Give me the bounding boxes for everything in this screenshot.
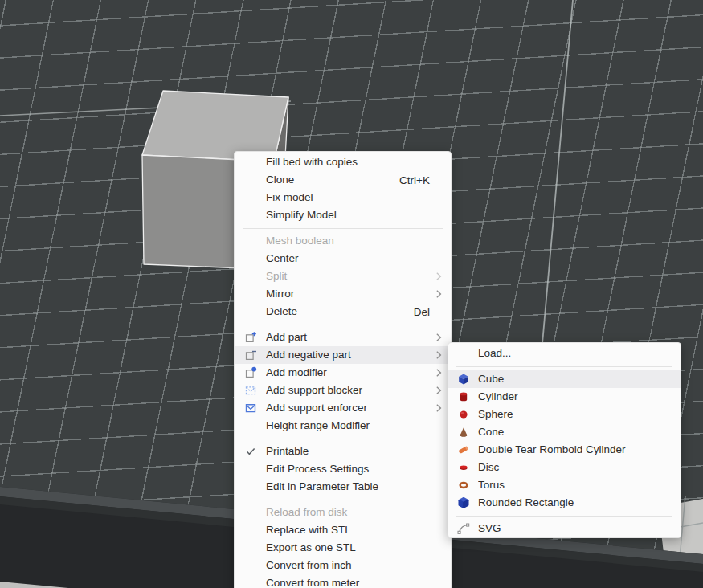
menu-item-label: Convert from meter [266,574,431,588]
menu-separator [235,435,451,443]
menu-item-spacer [661,408,676,421]
add-support-enforcer-icon [235,402,266,414]
menu-item-spacer [661,461,676,474]
menu-item-spacer [661,347,676,360]
menu-item-add-modifier[interactable]: Add modifier [235,364,451,382]
menu-item-height-range-modifier[interactable]: Height range Modifier [235,417,451,435]
menu-item-label: Fix model [266,189,431,206]
menu-item-center[interactable]: Center [235,250,451,267]
menu-item-label: SVG [478,520,661,537]
submenu-arrow-icon [431,402,446,414]
menu-item-label: Edit Process Settings [266,460,431,478]
menu-item-spacer [431,191,446,204]
rounded-rectangle-icon [448,496,478,509]
menu-item-spacer [661,443,676,456]
menu-item-convert-from-inch[interactable]: Convert from inch [235,557,451,574]
menu-item-spacer [431,252,446,265]
menu-item-label: Delete [266,303,414,321]
menu-item-label: Height range Modifier [266,417,431,435]
menu-item-spacer [431,506,446,519]
menu-item-label: Center [266,250,431,267]
menu-item-add-support-blocker[interactable]: Add support blocker [235,382,451,399]
menu-item-label: Disc [478,459,661,476]
torus-icon [448,479,478,492]
menu-item-label: Mirror [266,285,431,303]
menu-item-label: Simplify Model [266,206,431,224]
menu-item-load[interactable]: Load... [448,345,681,362]
menu-separator [235,224,451,232]
menu-item-clone[interactable]: CloneCtrl+K [235,171,451,189]
submenu-arrow-icon [431,349,446,361]
menu-item-reload-from-disk[interactable]: Reload from disk [235,504,451,521]
menu-item-label: Add part [266,329,431,346]
cube-icon [448,373,478,386]
menu-item-spacer [661,522,676,535]
menu-item-add-support-enforcer[interactable]: Add support enforcer [235,399,451,417]
menu-item-printable[interactable]: Printable [235,443,451,460]
submenu-arrow-icon [431,366,446,379]
submenu-arrow-icon [431,331,446,344]
menu-separator [448,512,681,520]
menu-item-label: Export as one STL [266,539,431,557]
double-tear-romboid-cylinder-icon [448,443,478,456]
submenu-arrow-icon [431,384,446,397]
menu-item-label: Rounded Rectangle [478,494,661,512]
menu-item-sphere[interactable]: Sphere [448,406,681,423]
menu-item-label: Fill bed with copies [266,153,431,171]
menu-item-spacer [431,445,446,458]
menu-item-spacer [431,305,446,318]
menu-item-label: Double Tear Romboid Cylinder [478,441,661,459]
menu-item-split[interactable]: Split [235,267,451,285]
submenu-arrow-icon [431,288,446,300]
menu-item-label: Split [266,267,431,285]
menu-item-fill-bed-with-copies[interactable]: Fill bed with copies [235,153,451,171]
menu-separator [448,362,681,370]
cone-icon [448,426,478,439]
menu-separator [235,496,451,504]
object-context-menu: Fill bed with copiesCloneCtrl+KFix model… [234,151,452,588]
menu-item-export-as-one-stl[interactable]: Export as one STL [235,539,451,557]
menu-item-cylinder[interactable]: Cylinder [448,388,681,406]
menu-item-edit-process-settings[interactable]: Edit Process Settings [235,460,451,478]
menu-item-simplify-model[interactable]: Simplify Model [235,206,451,224]
menu-item-delete[interactable]: DeleteDel [235,303,451,321]
menu-item-spacer [431,480,446,493]
menu-item-add-negative-part[interactable]: Add negative part [235,346,451,364]
add-negative-part-icon [235,349,266,361]
menu-item-label: Add support enforcer [266,399,431,417]
menu-item-disc[interactable]: Disc [448,459,681,476]
menu-item-rounded-rectangle[interactable]: Rounded Rectangle [448,494,681,512]
menu-item-mirror[interactable]: Mirror [235,285,451,303]
menu-item-spacer [431,463,446,476]
menu-item-label: Torus [478,476,661,494]
menu-item-spacer [661,373,676,386]
menu-item-label: Clone [266,171,399,189]
menu-item-double-tear-romboid-cylinder[interactable]: Double Tear Romboid Cylinder [448,441,681,459]
menu-item-convert-from-meter[interactable]: Convert from meter [235,574,451,588]
menu-item-label: Printable [266,443,431,460]
menu-item-label: Replace with STL [266,521,431,539]
menu-item-torus[interactable]: Torus [448,476,681,494]
menu-item-mesh-boolean[interactable]: Mesh boolean [235,232,451,250]
menu-item-add-part[interactable]: Add part [235,329,451,346]
menu-item-svg[interactable]: SVG [448,520,681,537]
disc-icon [448,461,478,474]
menu-item-spacer [661,479,676,492]
menu-item-cone[interactable]: Cone [448,423,681,441]
menu-item-spacer [431,577,446,588]
menu-item-spacer [431,541,446,554]
menu-item-replace-with-stl[interactable]: Replace with STL [235,521,451,539]
menu-item-spacer [431,174,446,186]
menu-item-label: Add modifier [266,364,431,382]
menu-item-cube[interactable]: Cube [448,370,681,388]
add-modifier-icon [235,366,266,379]
add-part-icon [235,331,266,344]
menu-item-fix-model[interactable]: Fix model [235,189,451,206]
menu-item-spacer [661,496,676,509]
check-icon [235,445,266,458]
sphere-icon [448,408,478,421]
menu-item-spacer [431,235,446,247]
menu-item-label: Add support blocker [266,382,431,399]
menu-item-label: Load... [478,345,661,362]
menu-item-edit-in-parameter-table[interactable]: Edit in Parameter Table [235,478,451,496]
